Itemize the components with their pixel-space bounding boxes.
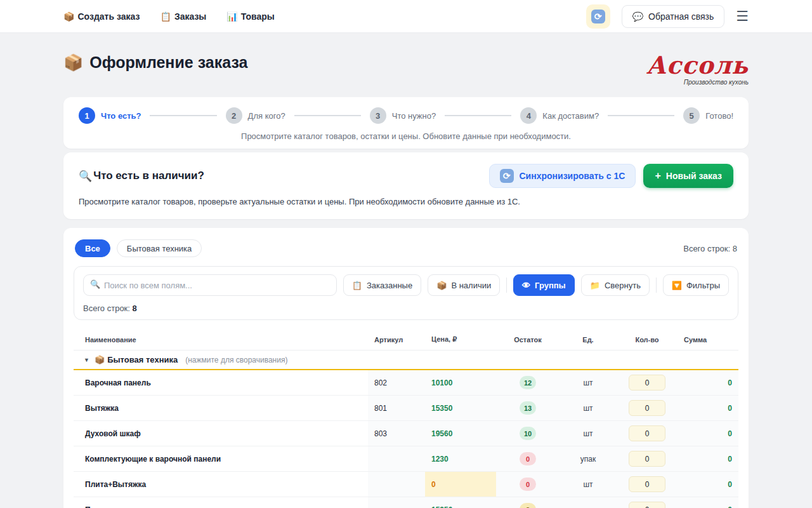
step-5[interactable]: 5 Готово!	[683, 107, 733, 124]
product-name: Варочная панель	[74, 370, 368, 395]
nav-create-order[interactable]: 📦 Создать заказ	[63, 11, 140, 22]
nav-products[interactable]: 📊 Товары	[226, 11, 274, 22]
product-price: 0	[431, 480, 436, 489]
quantity-input[interactable]	[629, 476, 665, 492]
product-stock-cell: 2	[496, 497, 560, 508]
table-row: Плита+Вытяжка 0 0 шт 0	[74, 472, 738, 497]
new-order-button[interactable]: + Новый заказ	[643, 164, 733, 188]
product-qty-cell	[617, 446, 678, 471]
product-sum: 0	[728, 505, 732, 508]
quantity-input[interactable]	[629, 375, 665, 391]
step-2[interactable]: 2 Для кого?	[226, 107, 285, 124]
feedback-button[interactable]: 💬 Обратная связь	[622, 5, 725, 28]
step-3-number: 3	[370, 107, 386, 124]
table-row: Вытяжка 801 15350 13 шт 0	[74, 396, 738, 421]
group-name: Бытовая техника	[107, 355, 178, 364]
chip-household[interactable]: Бытовая техника	[117, 239, 202, 257]
step-connector	[608, 115, 674, 116]
product-sum: 0	[728, 429, 732, 438]
step-connector	[445, 115, 511, 116]
in-stock-filter-button[interactable]: 📦 В наличии	[428, 274, 500, 296]
step-4[interactable]: 4 Как доставим?	[520, 107, 599, 124]
quantity-input[interactable]	[629, 425, 665, 441]
product-sum: 0	[728, 404, 732, 413]
page-title: 📦 Оформление заказа	[63, 53, 247, 72]
product-stock-cell: 12	[496, 370, 560, 395]
product-price: 15250	[431, 505, 452, 508]
eye-icon: 👁	[522, 281, 530, 290]
group-row-household[interactable]: ▼ 📦 Бытовая техника (нажмите для сворачи…	[74, 351, 738, 370]
group-chips-row: Все Бытовая техника Всего строк: 8	[74, 239, 738, 257]
table-row: Варочная панель 802 10100 12 шт 0	[74, 370, 738, 396]
filter-icon: 🔽	[672, 281, 682, 290]
brand-tagline: Производство кухонь	[646, 79, 749, 86]
stepper-card: 1 Что есть? 2 Для кого? 3 Что нужно? 4 К…	[63, 97, 749, 149]
product-name: Комплектующие к варочной панели	[74, 446, 368, 471]
step-3-label: Что нужно?	[392, 111, 436, 121]
filters-button[interactable]: 🔽 Фильтры	[663, 274, 729, 296]
product-name: Посудомоечная машина	[74, 497, 368, 508]
stock-badge: 0	[520, 478, 536, 491]
table-row: Посудомоечная машина 15250 2 шт 0	[74, 497, 738, 508]
groups-toggle-button[interactable]: 👁 Группы	[513, 274, 575, 296]
new-order-label: Новый заказ	[666, 171, 722, 181]
nav-links: 📦 Создать заказ 📋 Заказы 📊 Товары	[63, 11, 275, 22]
toolbar-divider	[656, 277, 657, 293]
collapse-button[interactable]: 📁 Свернуть	[581, 274, 650, 296]
section-description: Просмотрите каталог товаров, проверьте а…	[79, 197, 733, 206]
feedback-label: Обратная связь	[648, 11, 714, 22]
col-header-qty: Кол-во	[617, 329, 678, 350]
table-toolbar: 🔍 📋 Заказанные 📦 В наличии 👁 Группы	[74, 266, 738, 320]
product-sku	[368, 446, 425, 471]
product-qty-cell	[617, 472, 678, 497]
quantity-input[interactable]	[629, 400, 665, 416]
clipboard-icon: 📋	[352, 281, 362, 290]
step-5-label: Готово!	[705, 111, 733, 121]
speech-bubble-icon: 💬	[632, 11, 643, 22]
hamburger-menu-icon[interactable]: ☰	[736, 10, 749, 23]
product-stock-cell: 10	[496, 421, 560, 446]
step-1[interactable]: 1 Что есть?	[79, 107, 141, 124]
product-unit: шт	[560, 396, 617, 420]
search-icon: 🔍	[90, 279, 100, 289]
package-icon: 📦	[95, 355, 105, 364]
nav-orders[interactable]: 📋 Заказы	[160, 11, 206, 22]
sync-1c-button[interactable]: ⟳ Синхронизировать с 1С	[489, 164, 636, 188]
nav-sync-button[interactable]: ⟳	[586, 4, 610, 29]
product-sum-cell: 0	[678, 370, 738, 395]
col-header-unit: Ед.	[560, 329, 617, 350]
rows-total-toolbar: Всего строк: 8	[83, 304, 729, 313]
nav-create-order-label: Создать заказ	[77, 11, 140, 22]
product-sum-cell: 0	[678, 396, 738, 420]
quantity-input[interactable]	[629, 502, 665, 508]
step-connector	[150, 115, 216, 116]
products-table: Наименование Артикул Цена, ₽ Остаток Ед.…	[74, 329, 738, 508]
product-sum: 0	[728, 455, 732, 464]
product-sum: 0	[728, 480, 732, 489]
chip-all[interactable]: Все	[75, 239, 110, 257]
quantity-input[interactable]	[629, 451, 665, 467]
product-sku: 802	[368, 370, 425, 395]
product-price: 1230	[431, 455, 449, 464]
product-sum: 0	[728, 378, 732, 387]
section-title: 🔍 Что есть в наличии?	[79, 170, 204, 183]
product-sku	[368, 472, 425, 497]
sync-1c-label: Синхронизировать с 1С	[520, 171, 625, 181]
product-unit: шт	[560, 497, 617, 508]
product-sku: 803	[368, 421, 425, 446]
search-input[interactable]	[83, 274, 337, 296]
col-header-stock: Остаток	[496, 329, 560, 350]
stock-badge: 12	[520, 376, 536, 389]
stepper-subtitle: Просмотрите каталог товаров, остатки и ц…	[79, 131, 733, 141]
clipboard-icon: 📋	[160, 11, 171, 22]
catalog-card: Все Бытовая техника Всего строк: 8 🔍 📋 З…	[63, 228, 749, 508]
product-qty-cell	[617, 396, 678, 420]
step-4-number: 4	[520, 107, 537, 124]
step-4-label: Как доставим?	[542, 111, 599, 121]
step-3[interactable]: 3 Что нужно?	[370, 107, 436, 124]
product-sum-cell: 0	[678, 421, 738, 446]
product-price: 10100	[431, 378, 452, 387]
package-icon: 📦	[63, 11, 74, 22]
ordered-filter-button[interactable]: 📋 Заказанные	[343, 274, 422, 296]
sync-icon: ⟳	[500, 169, 514, 183]
